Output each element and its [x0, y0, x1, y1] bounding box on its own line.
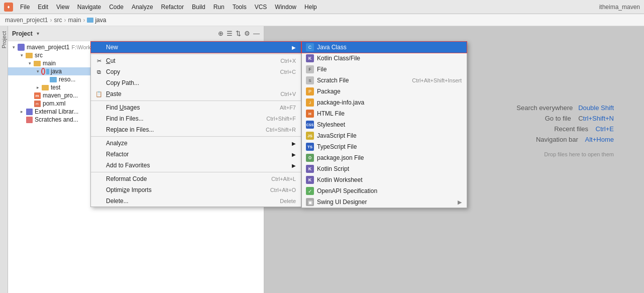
- locate-icon[interactable]: ⊕: [218, 30, 224, 37]
- expand-arrow[interactable]: ▾: [10, 45, 17, 50]
- menu-navigate[interactable]: Navigate: [74, 3, 104, 12]
- list-icon[interactable]: ☰: [227, 30, 233, 37]
- panel-dropdown-arrow[interactable]: ▾: [37, 31, 39, 36]
- sub-item-js[interactable]: JS JavaScript File: [302, 130, 467, 141]
- folder-icon-test: [41, 84, 49, 91]
- ctx-label-optimize: Optimize Imports: [106, 186, 267, 193]
- ctx-item-reformat[interactable]: Reformat Code Ctrl+Alt+L: [91, 173, 301, 184]
- file-sub-icon: F: [306, 65, 314, 73]
- menu-refactor[interactable]: Refactor: [158, 3, 187, 12]
- scratch-shortcut: Ctrl+Alt+Shift+Insert: [412, 77, 462, 83]
- sub-label-js: JavaScript File: [317, 132, 357, 139]
- sub-item-scratch-file[interactable]: S Scratch File Ctrl+Alt+Shift+Insert: [302, 75, 467, 86]
- ctx-item-favorites[interactable]: Add to Favorites ▶: [91, 160, 301, 171]
- ctx-label-new: New: [106, 44, 289, 51]
- kotlin-script-icon: K: [306, 165, 314, 173]
- ctx-label-paste: Paste: [106, 90, 277, 97]
- hint-text-area: Search everywhere Double Shift Go to fil…: [516, 104, 614, 157]
- reformat-icon: [95, 175, 103, 183]
- expand-arrow-src[interactable]: ▾: [18, 53, 25, 58]
- sub-label-swing: Swing UI Designer: [317, 199, 367, 206]
- package-info-icon: J: [306, 99, 314, 107]
- ctx-item-cut[interactable]: ✂ Cut Ctrl+X: [91, 55, 301, 66]
- sub-label-kotlin-ws: Kotlin Worksheet: [317, 176, 363, 183]
- context-menu: New ▶ ✂ Cut Ctrl+X ⧉ Copy Ctrl+C Copy Pa…: [90, 41, 301, 207]
- refactor-arrow: ▶: [292, 152, 296, 157]
- ctx-item-replace-files[interactable]: Replace in Files... Ctrl+Shift+R: [91, 124, 301, 135]
- sub-item-html[interactable]: H HTML File: [302, 108, 467, 119]
- side-tab-label[interactable]: Project: [1, 31, 7, 48]
- sub-item-package[interactable]: P Package: [302, 86, 467, 97]
- sub-item-pkg-json[interactable]: ⚙ package.json File: [302, 152, 467, 163]
- sub-item-stylesheet[interactable]: CSS Stylesheet: [302, 119, 467, 130]
- ctx-item-find-usages[interactable]: Find Usages Alt+F7: [91, 102, 301, 113]
- ctx-item-copy[interactable]: ⧉ Copy Ctrl+C: [91, 66, 301, 77]
- sub-item-ts[interactable]: TS TypeScript File: [302, 141, 467, 152]
- menu-window[interactable]: Window: [272, 3, 299, 12]
- reformat-shortcut: Ctrl+Alt+L: [271, 176, 296, 182]
- expand-arrow-extlib[interactable]: ▸: [18, 109, 25, 114]
- sub-item-kotlin-class[interactable]: K Kotlin Class/File: [302, 53, 467, 64]
- sub-item-openapi[interactable]: ✓ OpenAPI Specification: [302, 185, 467, 197]
- new-icon: [95, 43, 103, 51]
- ctx-item-find-files[interactable]: Find in Files... Ctrl+Shift+F: [91, 113, 301, 124]
- ctx-item-refactor[interactable]: Refactor ▶: [91, 149, 301, 160]
- ctx-item-delete[interactable]: Delete... Delete: [91, 196, 301, 207]
- menu-vcs[interactable]: VCS: [252, 3, 270, 12]
- expand-arrow-test[interactable]: ▸: [34, 85, 41, 90]
- breadcrumb-java[interactable]: java: [87, 17, 106, 24]
- ctx-item-new[interactable]: New ▶: [91, 42, 301, 53]
- sub-label-kotlin-class: Kotlin Class/File: [317, 55, 360, 62]
- find-usages-icon: [95, 104, 103, 112]
- sub-item-kotlin-ws[interactable]: K Kotlin Worksheet: [302, 174, 467, 185]
- breadcrumb-src[interactable]: src: [54, 17, 62, 24]
- sort-icon[interactable]: ⇅: [236, 30, 241, 37]
- copy-shortcut: Ctrl+C: [280, 69, 296, 75]
- sub-label-package-info: package-info.java: [317, 99, 364, 106]
- menu-tools[interactable]: Tools: [230, 3, 250, 12]
- folder-icon-java: [41, 68, 49, 75]
- settings-icon[interactable]: ⚙: [244, 30, 250, 37]
- sub-label-scratch-file: Scratch File: [317, 77, 349, 84]
- ctx-label-replace-files: Replace in Files...: [106, 126, 263, 133]
- breadcrumb: maven_project1 › src › main › java: [0, 14, 644, 26]
- menu-bar: ♦ File Edit View Navigate Code Analyze R…: [0, 0, 644, 14]
- side-tab: Project: [0, 26, 8, 293]
- menu-help[interactable]: Help: [301, 3, 320, 12]
- expand-arrow-java[interactable]: ▾: [34, 69, 41, 74]
- menu-code[interactable]: Code: [106, 3, 127, 12]
- ctx-label-refactor: Refactor: [106, 151, 289, 158]
- copy-path-icon: [95, 79, 103, 87]
- hint-recent: Recent files Ctrl+E: [516, 125, 614, 133]
- tree-label-maven-pro: maven_pro...: [43, 92, 78, 99]
- separator-2: [91, 101, 301, 101]
- sub-item-swing[interactable]: ▣ Swing UI Designer ▶: [302, 197, 467, 208]
- menu-file[interactable]: File: [17, 3, 33, 12]
- folder-icon-main: [33, 60, 41, 67]
- menu-analyze[interactable]: Analyze: [129, 3, 156, 12]
- menu-edit[interactable]: Edit: [35, 3, 51, 12]
- hint-navbar: Navigation bar Alt+Home: [516, 136, 614, 143]
- tree-label-test: test: [51, 84, 60, 91]
- ctx-item-optimize[interactable]: Optimize Imports Ctrl+Alt+O: [91, 184, 301, 196]
- breadcrumb-project[interactable]: maven_project1: [5, 17, 48, 24]
- swing-icon: ▣: [306, 198, 314, 206]
- ctx-item-paste[interactable]: 📋 Paste Ctrl+V: [91, 88, 301, 100]
- ctx-item-copy-path[interactable]: Copy Path...: [91, 77, 301, 88]
- sub-label-pkg-json: package.json File: [317, 154, 364, 161]
- menu-build[interactable]: Build: [189, 3, 208, 12]
- ctx-label-reformat: Reformat Code: [106, 175, 268, 182]
- expand-arrow-main[interactable]: ▾: [26, 61, 33, 66]
- refactor-icon: [95, 150, 103, 158]
- find-files-icon: [95, 115, 103, 123]
- sub-item-kotlin-script[interactable]: K Kotlin Script: [302, 163, 467, 174]
- sub-item-package-info[interactable]: J package-info.java: [302, 97, 467, 108]
- tree-label-src: src: [35, 52, 43, 59]
- sub-item-java-class[interactable]: C Java Class: [302, 42, 467, 53]
- sub-item-file[interactable]: F File: [302, 64, 467, 75]
- menu-run[interactable]: Run: [210, 3, 228, 12]
- breadcrumb-main[interactable]: main: [68, 17, 81, 24]
- minimize-icon[interactable]: —: [253, 30, 260, 37]
- ctx-item-analyze[interactable]: Analyze ▶: [91, 138, 301, 149]
- menu-view[interactable]: View: [53, 3, 72, 12]
